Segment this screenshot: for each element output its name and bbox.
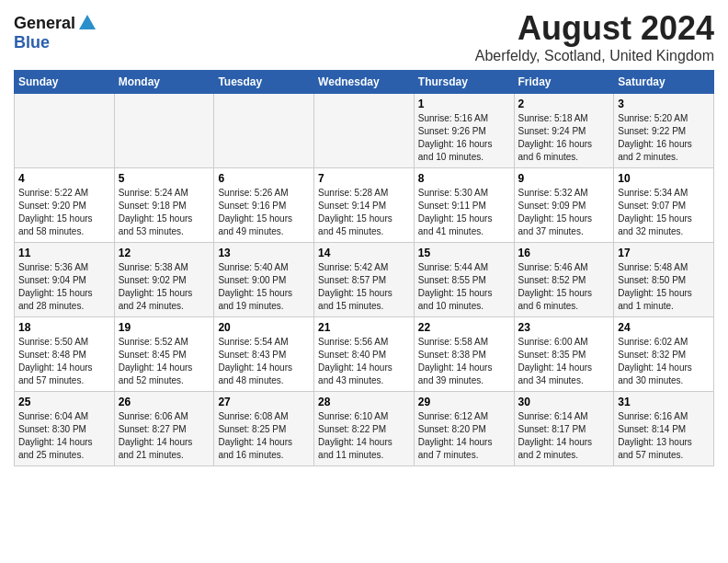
day-cell: 31Sunrise: 6:16 AM Sunset: 8:14 PM Dayli… [614, 392, 714, 466]
day-number: 21 [318, 321, 410, 334]
day-info: Sunrise: 5:38 AM Sunset: 9:02 PM Dayligh… [119, 261, 210, 313]
day-number: 10 [618, 172, 710, 185]
day-info: Sunrise: 5:24 AM Sunset: 9:18 PM Dayligh… [119, 187, 210, 238]
day-info: Sunrise: 6:04 AM Sunset: 8:30 PM Dayligh… [18, 410, 110, 462]
day-number: 5 [119, 172, 210, 185]
day-info: Sunrise: 5:58 AM Sunset: 8:38 PM Dayligh… [418, 336, 510, 387]
day-cell: 21Sunrise: 5:56 AM Sunset: 8:40 PM Dayli… [314, 317, 415, 392]
day-cell: 1Sunrise: 5:16 AM Sunset: 9:26 PM Daylig… [414, 94, 514, 168]
day-info: Sunrise: 5:44 AM Sunset: 8:55 PM Dayligh… [418, 261, 510, 313]
day-cell: 17Sunrise: 5:48 AM Sunset: 8:50 PM Dayli… [614, 243, 714, 317]
day-cell: 5Sunrise: 5:24 AM Sunset: 9:18 PM Daylig… [114, 168, 214, 243]
day-cell: 4Sunrise: 5:22 AM Sunset: 9:20 PM Daylig… [15, 168, 115, 243]
day-cell: 30Sunrise: 6:14 AM Sunset: 8:17 PM Dayli… [514, 392, 614, 466]
day-number: 19 [119, 321, 210, 334]
day-number: 23 [518, 321, 610, 334]
day-info: Sunrise: 5:40 AM Sunset: 9:00 PM Dayligh… [218, 261, 310, 313]
day-info: Sunrise: 5:52 AM Sunset: 8:45 PM Dayligh… [119, 336, 210, 387]
col-header-tuesday: Tuesday [214, 71, 314, 94]
header: General Blue August 2024 Aberfeldy, Scot… [14, 9, 714, 64]
day-number: 12 [119, 247, 210, 259]
day-number: 17 [618, 247, 710, 259]
day-info: Sunrise: 5:26 AM Sunset: 9:16 PM Dayligh… [218, 187, 310, 238]
day-number: 27 [218, 396, 310, 408]
day-info: Sunrise: 5:34 AM Sunset: 9:07 PM Dayligh… [618, 187, 710, 238]
day-cell: 24Sunrise: 6:02 AM Sunset: 8:32 PM Dayli… [614, 317, 714, 392]
subtitle: Aberfeldy, Scotland, United Kingdom [475, 48, 714, 64]
logo-icon [77, 13, 97, 33]
day-number: 29 [418, 396, 510, 408]
day-cell [15, 94, 115, 168]
day-number: 20 [218, 321, 310, 334]
day-number: 6 [218, 172, 310, 185]
day-cell [314, 94, 415, 168]
day-number: 11 [18, 247, 110, 259]
week-row-4: 18Sunrise: 5:50 AM Sunset: 8:48 PM Dayli… [15, 317, 714, 392]
day-info: Sunrise: 5:28 AM Sunset: 9:14 PM Dayligh… [318, 187, 410, 238]
day-number: 22 [418, 321, 510, 334]
day-number: 3 [618, 98, 710, 110]
day-number: 30 [518, 396, 610, 408]
day-number: 15 [418, 247, 510, 259]
day-info: Sunrise: 5:54 AM Sunset: 8:43 PM Dayligh… [218, 336, 310, 387]
day-cell: 11Sunrise: 5:36 AM Sunset: 9:04 PM Dayli… [15, 243, 115, 317]
day-number: 9 [518, 172, 610, 185]
day-cell: 23Sunrise: 6:00 AM Sunset: 8:35 PM Dayli… [514, 317, 614, 392]
day-info: Sunrise: 6:16 AM Sunset: 8:14 PM Dayligh… [618, 410, 710, 462]
col-header-wednesday: Wednesday [314, 71, 415, 94]
day-number: 16 [518, 247, 610, 259]
day-cell: 18Sunrise: 5:50 AM Sunset: 8:48 PM Dayli… [15, 317, 115, 392]
day-cell: 22Sunrise: 5:58 AM Sunset: 8:38 PM Dayli… [414, 317, 514, 392]
day-cell: 9Sunrise: 5:32 AM Sunset: 9:09 PM Daylig… [514, 168, 614, 243]
day-info: Sunrise: 5:36 AM Sunset: 9:04 PM Dayligh… [18, 261, 110, 313]
day-info: Sunrise: 5:18 AM Sunset: 9:24 PM Dayligh… [518, 112, 610, 164]
day-info: Sunrise: 5:50 AM Sunset: 8:48 PM Dayligh… [18, 336, 110, 387]
day-number: 8 [418, 172, 510, 185]
day-cell: 13Sunrise: 5:40 AM Sunset: 9:00 PM Dayli… [214, 243, 314, 317]
day-number: 25 [18, 396, 110, 408]
day-info: Sunrise: 6:00 AM Sunset: 8:35 PM Dayligh… [518, 336, 610, 387]
col-header-saturday: Saturday [614, 71, 714, 94]
week-row-5: 25Sunrise: 6:04 AM Sunset: 8:30 PM Dayli… [15, 392, 714, 466]
day-number: 2 [518, 98, 610, 110]
col-header-friday: Friday [514, 71, 614, 94]
day-info: Sunrise: 6:14 AM Sunset: 8:17 PM Dayligh… [518, 410, 610, 462]
day-info: Sunrise: 5:48 AM Sunset: 8:50 PM Dayligh… [618, 261, 710, 313]
day-info: Sunrise: 5:42 AM Sunset: 8:57 PM Dayligh… [318, 261, 410, 313]
day-cell: 19Sunrise: 5:52 AM Sunset: 8:45 PM Dayli… [114, 317, 214, 392]
day-cell: 6Sunrise: 5:26 AM Sunset: 9:16 PM Daylig… [214, 168, 314, 243]
day-cell: 7Sunrise: 5:28 AM Sunset: 9:14 PM Daylig… [314, 168, 415, 243]
day-number: 7 [318, 172, 410, 185]
day-cell: 15Sunrise: 5:44 AM Sunset: 8:55 PM Dayli… [414, 243, 514, 317]
logo: General Blue [14, 13, 97, 52]
day-cell: 12Sunrise: 5:38 AM Sunset: 9:02 PM Dayli… [114, 243, 214, 317]
day-info: Sunrise: 5:20 AM Sunset: 9:22 PM Dayligh… [618, 112, 710, 164]
title-area: August 2024 Aberfeldy, Scotland, United … [475, 9, 714, 64]
day-number: 1 [418, 98, 510, 110]
day-number: 31 [618, 396, 710, 408]
day-cell: 16Sunrise: 5:46 AM Sunset: 8:52 PM Dayli… [514, 243, 614, 317]
day-cell: 14Sunrise: 5:42 AM Sunset: 8:57 PM Dayli… [314, 243, 415, 317]
main-title: August 2024 [475, 9, 714, 48]
day-info: Sunrise: 5:46 AM Sunset: 8:52 PM Dayligh… [518, 261, 610, 313]
col-header-monday: Monday [114, 71, 214, 94]
day-info: Sunrise: 5:16 AM Sunset: 9:26 PM Dayligh… [418, 112, 510, 164]
day-cell: 2Sunrise: 5:18 AM Sunset: 9:24 PM Daylig… [514, 94, 614, 168]
col-header-sunday: Sunday [15, 71, 115, 94]
day-info: Sunrise: 6:02 AM Sunset: 8:32 PM Dayligh… [618, 336, 710, 387]
day-number: 4 [18, 172, 110, 185]
day-number: 18 [18, 321, 110, 334]
day-info: Sunrise: 6:10 AM Sunset: 8:22 PM Dayligh… [318, 410, 410, 462]
day-cell: 3Sunrise: 5:20 AM Sunset: 9:22 PM Daylig… [614, 94, 714, 168]
day-info: Sunrise: 5:30 AM Sunset: 9:11 PM Dayligh… [418, 187, 510, 238]
day-number: 13 [218, 247, 310, 259]
day-info: Sunrise: 6:12 AM Sunset: 8:20 PM Dayligh… [418, 410, 510, 462]
day-number: 14 [318, 247, 410, 259]
day-number: 26 [119, 396, 210, 408]
logo-general: General [14, 14, 75, 33]
day-cell: 8Sunrise: 5:30 AM Sunset: 9:11 PM Daylig… [414, 168, 514, 243]
day-cell: 20Sunrise: 5:54 AM Sunset: 8:43 PM Dayli… [214, 317, 314, 392]
calendar-table: SundayMondayTuesdayWednesdayThursdayFrid… [14, 70, 714, 466]
logo-blue: Blue [14, 33, 50, 52]
day-info: Sunrise: 5:56 AM Sunset: 8:40 PM Dayligh… [318, 336, 410, 387]
